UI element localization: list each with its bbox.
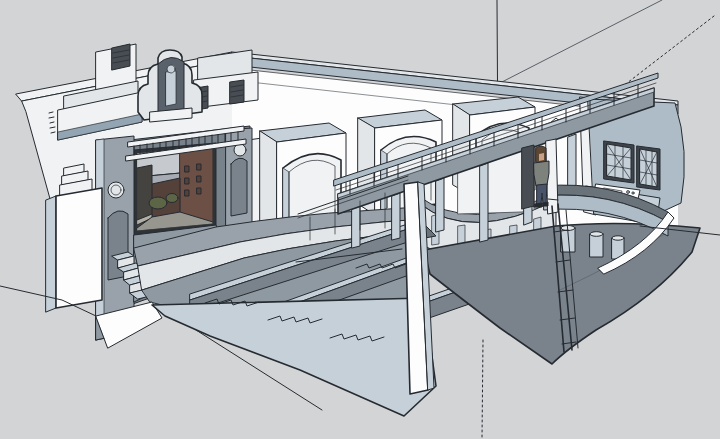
figure-sweater [534, 161, 549, 186]
doorway-shadow [522, 145, 534, 209]
figure-face [539, 153, 544, 161]
entablature-right [194, 50, 258, 110]
figure-shoe [534, 203, 542, 207]
blue-axis-up [497, 0, 498, 83]
sketchup-canvas[interactable] [0, 0, 720, 439]
crest-statue [166, 71, 176, 106]
window-grid-2 [637, 146, 660, 190]
bar-stool-2 [590, 232, 603, 257]
screen-photo [137, 146, 213, 231]
model-viewport[interactable] [0, 0, 720, 439]
window-grid-1 [604, 141, 634, 183]
figure-shoe [542, 202, 548, 206]
